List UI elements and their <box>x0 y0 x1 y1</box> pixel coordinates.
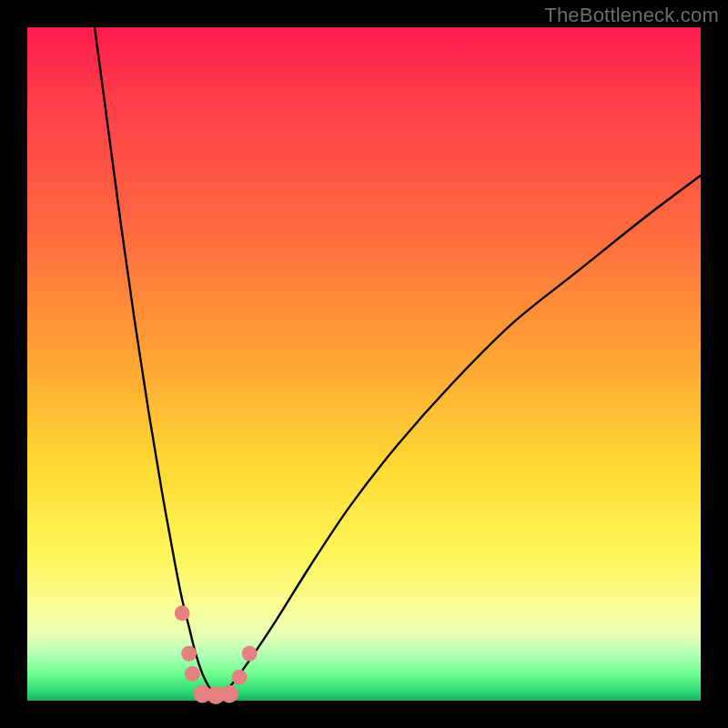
curve-svg <box>27 27 701 701</box>
chart-frame: TheBottleneck.com <box>0 0 728 728</box>
data-marker <box>242 646 258 662</box>
data-marker <box>175 605 190 621</box>
watermark-text: TheBottleneck.com <box>544 4 719 27</box>
data-marker <box>220 685 238 703</box>
data-marker <box>181 646 197 662</box>
data-marker <box>232 670 248 685</box>
data-marker <box>185 666 200 682</box>
curve-right-branch <box>216 176 701 698</box>
plot-area <box>27 27 701 701</box>
curve-left-branch <box>95 27 216 697</box>
